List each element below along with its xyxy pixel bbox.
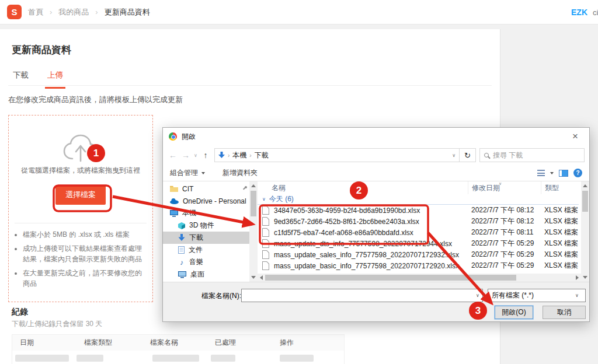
shopee-logo-icon[interactable]: S — [7, 5, 22, 19]
scroll-up-icon[interactable] — [251, 184, 256, 187]
organize-dropdown-icon[interactable] — [201, 172, 205, 174]
cloud-icon — [170, 198, 179, 204]
file-row[interactable]: mass_update_basic_info_77577598_20220707… — [258, 260, 581, 271]
scroll-left-icon[interactable] — [260, 275, 263, 280]
refresh-button[interactable]: ↻ — [460, 148, 476, 162]
up-icon[interactable]: ↑ — [199, 150, 212, 160]
file-type: XLSX 檔案 — [541, 205, 581, 215]
file-icon — [262, 239, 269, 248]
records-col-filetype: 檔案類型 — [77, 338, 142, 348]
scrollbar-thumb[interactable] — [265, 275, 516, 281]
search-box[interactable] — [479, 148, 585, 162]
cancel-button[interactable]: 取消 — [543, 306, 586, 319]
dialog-nav-bar: ← → ∨ ↑ › 本機 › 下載 ∨ ↻ — [163, 145, 589, 165]
breadcrumb-my-products[interactable]: 我的商品 — [58, 7, 89, 18]
filename-input[interactable] — [242, 289, 473, 302]
horizontal-scrollbar[interactable] — [258, 274, 581, 282]
list-view-icon[interactable] — [537, 170, 545, 176]
file-date: 2022/7/7 下午 05:29 — [468, 250, 541, 260]
file-list-scrollbar[interactable] — [581, 181, 589, 282]
new-folder-button[interactable]: 新增資料夾 — [222, 168, 258, 178]
tab-upload[interactable]: 上傳 — [47, 70, 63, 89]
column-header-type[interactable]: 類型 — [541, 181, 581, 194]
sidebar-item-documents[interactable]: 文件 — [163, 244, 249, 256]
records-subtitle: 下載/上傳紀錄只會保留 30 天 — [12, 319, 102, 329]
desktop-icon — [178, 271, 186, 278]
sidebar-item-music[interactable]: ♪ 音樂 — [163, 256, 249, 268]
record-placeholder — [15, 355, 69, 362]
path-this-pc[interactable]: 本機 — [232, 150, 246, 160]
file-name: 9ed365c7-2d66-452b-8f61-2bc6bee2403a.xls… — [274, 218, 468, 226]
dialog-titlebar[interactable]: 開啟 × — [163, 128, 589, 145]
sidebar-label: OneDrive - Personal — [183, 197, 246, 205]
search-input[interactable] — [493, 151, 563, 159]
file-row[interactable]: mass_update_sales_info_77577598_20220707… — [258, 249, 581, 260]
sidebar-item-this-pc[interactable]: 本機 — [163, 207, 249, 219]
document-icon — [178, 246, 185, 254]
open-button[interactable]: 開啟(O) — [495, 306, 533, 319]
scroll-down-icon[interactable] — [583, 276, 587, 279]
dialog-title: 開啟 — [182, 132, 196, 142]
scroll-up-icon[interactable] — [583, 184, 587, 187]
tab-download[interactable]: 下載 — [13, 70, 29, 89]
file-row[interactable]: c1fd5f75-eba7-4cef-a068-e86a90bbdafd.xls… — [258, 227, 581, 238]
scrollbar-thumb[interactable] — [582, 191, 588, 212]
chevron-down-icon[interactable]: ∨ — [473, 293, 482, 298]
organize-button[interactable]: 組合管理 — [170, 168, 198, 178]
downloads-folder-icon — [218, 152, 225, 159]
column-header-date[interactable]: 修改日期 ∨ — [468, 181, 541, 194]
tab-divider — [8, 85, 492, 86]
column-header-date-label: 修改日期 — [472, 183, 500, 193]
breadcrumb-home[interactable]: 首頁 — [28, 7, 43, 18]
address-bar[interactable]: › 本機 › 下載 ∨ — [214, 148, 460, 162]
scroll-right-icon[interactable] — [576, 275, 579, 280]
preview-pane-icon[interactable] — [559, 170, 568, 177]
filename-combo[interactable]: ∨ — [241, 289, 483, 302]
upload-dropzone[interactable]: 從電腦選擇檔案，或將檔案拖曳到這裡 選擇檔案 檔案小於 5MB 的 .xlsx … — [8, 115, 153, 302]
sidebar-item-3d-objects[interactable]: 3D 物件 — [163, 219, 249, 232]
file-row[interactable]: 34847e05-363b-4959-b2f4-bd6a9b1990bd.xls… — [258, 205, 581, 216]
group-collapse-icon[interactable]: ∨ — [262, 197, 266, 202]
filename-label: 檔案名稱(N): — [201, 291, 241, 301]
path-downloads[interactable]: 下載 — [255, 150, 269, 160]
sidebar-label: 桌面 — [190, 270, 204, 279]
scrollbar-thumb[interactable] — [251, 191, 256, 216]
file-row[interactable]: 9ed365c7-2d66-452b-8f61-2bc6bee2403a.xls… — [258, 216, 581, 227]
group-label: 今天 (6) — [269, 194, 294, 204]
sidebar-item-cit[interactable]: CIT — [163, 183, 249, 195]
forward-icon[interactable]: → — [179, 150, 192, 160]
cube-icon — [178, 222, 185, 229]
download-icon — [178, 234, 185, 242]
close-icon[interactable]: × — [567, 131, 583, 142]
file-date: 2022/7/7 下午 08:12 — [468, 205, 541, 215]
file-name: mass_update_sales_info_77577598_20220707… — [274, 251, 468, 259]
sidebar-label: 3D 物件 — [189, 220, 214, 230]
filetype-filter-select[interactable]: 所有檔案 (*.*) ∨ — [488, 289, 586, 302]
choose-file-button[interactable]: 選擇檔案 — [55, 185, 106, 205]
view-dropdown-icon[interactable] — [550, 172, 554, 174]
upload-note: 在大量更新完成之前，請不要修改您的商品 — [23, 268, 147, 289]
upload-notes: 檔案小於 5MB 的 .xlsx 或 .xls 檔案 成功上傳後可以下載結果檔案… — [13, 229, 147, 289]
scroll-down-icon[interactable] — [251, 276, 256, 279]
annotation-step-1: 1 — [87, 144, 105, 162]
account-area[interactable]: EZK cite — [571, 8, 598, 17]
group-header-today[interactable]: ∨ 今天 (6) — [258, 194, 579, 205]
sidebar-scrollbar[interactable] — [249, 181, 258, 282]
file-date: 2022/7/7 下午 08:11 — [468, 228, 541, 237]
history-chevron-icon[interactable]: ∨ — [192, 153, 199, 158]
file-date: 2022/7/7 下午 05:29 — [468, 239, 541, 249]
file-row[interactable]: mass_update_dts_info_77577598_2022070717… — [258, 238, 581, 249]
file-type: XLSX 檔案 — [541, 261, 581, 271]
address-chevron-icon[interactable]: ∨ — [452, 153, 456, 158]
chrome-icon — [169, 132, 177, 141]
records-row — [12, 351, 344, 364]
record-placeholder — [77, 355, 103, 362]
help-icon[interactable]: ? — [573, 169, 582, 177]
sidebar-item-desktop[interactable]: 桌面 — [163, 268, 249, 281]
file-name: c1fd5f75-eba7-4cef-a068-e86a90bbdafd.xls… — [274, 229, 468, 237]
file-icon — [262, 250, 269, 259]
back-icon[interactable]: ← — [166, 150, 179, 160]
sidebar-item-downloads[interactable]: 下載 — [163, 232, 249, 244]
sidebar-item-onedrive[interactable]: OneDrive - Personal — [163, 195, 249, 207]
breadcrumb-current: 更新商品資料 — [105, 7, 150, 18]
